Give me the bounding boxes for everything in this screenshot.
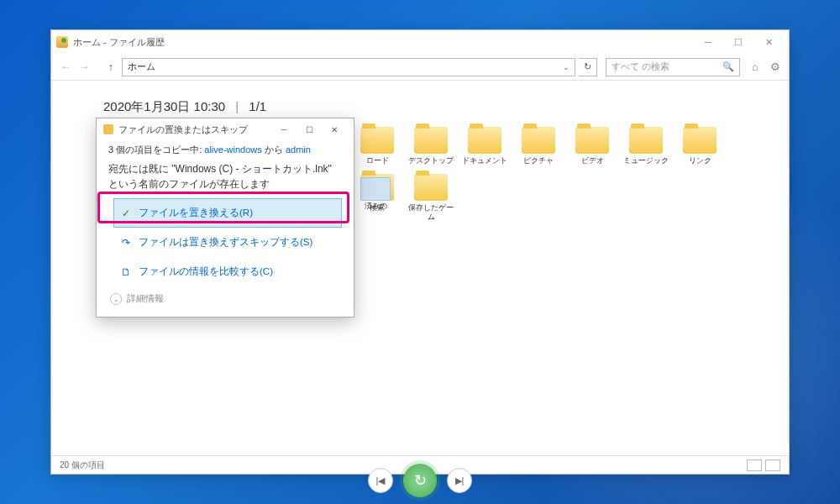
window-title: ホーム - ファイル履歴 <box>73 36 165 49</box>
address-text: ホーム <box>128 60 155 73</box>
folder-label: リンク <box>689 156 711 165</box>
folder-icon <box>629 127 663 154</box>
folder-label: ピクチャ <box>523 156 554 165</box>
replace-skip-dialog: ファイルの置換またはスキップ ─ ☐ ✕ 3 個の項目をコピー中: alive-… <box>96 118 354 318</box>
skip-icon: ↷ <box>120 237 132 249</box>
option-compare-label: ファイルの情報を比較する(C) <box>139 265 273 278</box>
folder-icon <box>360 177 391 201</box>
home-icon[interactable]: ⌂ <box>748 60 762 74</box>
timestamp-row: 2020年1月30日 10:30 | 1/1 <box>103 99 266 115</box>
dialog-close-button[interactable]: ✕ <box>322 121 347 138</box>
option-replace[interactable]: ✓ ファイルを置き換える(R) <box>113 198 342 228</box>
folder-icon <box>414 127 448 154</box>
folder-gallery-row2: 済みの <box>354 177 397 211</box>
dialog-more-label: 詳細情報 <box>127 293 164 305</box>
folder-icon <box>468 127 501 154</box>
dialog-icon <box>103 124 113 134</box>
folder-gallery: ロード デスクトップ ドキュメント ピクチャ ビデオ ミュージック リンク 検索… <box>354 127 772 221</box>
refresh-button[interactable]: ↻ <box>579 58 597 76</box>
folder-icon <box>683 127 717 154</box>
check-icon: ✓ <box>120 207 132 219</box>
folder-icon <box>575 127 609 154</box>
option-compare[interactable]: 🗋 ファイルの情報を比較する(C) <box>113 257 342 286</box>
search-icon: 🔍 <box>722 61 734 72</box>
next-button[interactable]: ▶| <box>447 468 472 493</box>
folder-item[interactable]: ピクチャ <box>515 127 562 165</box>
up-button[interactable]: ↑ <box>103 60 118 75</box>
gear-icon[interactable]: ⚙ <box>769 60 782 74</box>
folder-item-partial[interactable]: 済みの <box>354 177 397 211</box>
app-icon <box>56 36 68 48</box>
search-input[interactable]: すべて の検索 🔍 <box>606 58 740 76</box>
folder-label: デスクトップ <box>408 156 454 165</box>
dialog-copy-line: 3 個の項目をコピー中: alive-windows から admin <box>108 144 342 156</box>
folder-item[interactable]: ロード <box>354 127 401 165</box>
address-dropdown-icon[interactable]: ⌄ <box>563 63 570 71</box>
search-placeholder: すべて の検索 <box>612 60 669 73</box>
close-button[interactable]: ✕ <box>753 32 784 52</box>
maximize-button[interactable]: ☐ <box>723 32 753 52</box>
copy-dest-link[interactable]: admin <box>286 144 311 155</box>
view-details-icon[interactable] <box>747 459 762 471</box>
view-large-icon[interactable] <box>765 459 780 471</box>
folder-icon <box>522 127 555 154</box>
folder-icon <box>360 127 394 154</box>
folder-item[interactable]: ビデオ <box>569 127 616 165</box>
back-button[interactable]: ← <box>58 60 73 75</box>
folder-label: ミュージック <box>623 156 669 165</box>
option-replace-label: ファイルを置き換える(R) <box>139 207 253 219</box>
dialog-maximize-button[interactable]: ☐ <box>297 121 322 138</box>
folder-label: 保存したゲーム <box>407 203 454 222</box>
folder-item[interactable]: 保存したゲーム <box>407 174 454 222</box>
forward-button[interactable]: → <box>76 60 92 75</box>
option-skip[interactable]: ↷ ファイルは置き換えずスキップする(S) <box>113 228 342 257</box>
pager: 1/1 <box>249 99 266 113</box>
folder-label: 済みの <box>365 202 387 211</box>
timestamp: 2020年1月30日 10:30 <box>103 99 225 113</box>
address-bar[interactable]: ホーム ⌄ <box>122 58 575 76</box>
folder-item[interactable]: デスクトップ <box>407 127 454 165</box>
folder-item[interactable]: ドキュメント <box>461 127 508 165</box>
status-text: 20 個の項目 <box>60 459 105 471</box>
prev-button[interactable]: |◀ <box>368 468 393 493</box>
folder-label: ビデオ <box>581 156 604 165</box>
folder-item[interactable]: ミュージック <box>622 127 669 165</box>
option-skip-label: ファイルは置き換えずスキップする(S) <box>139 236 312 249</box>
titlebar: ホーム - ファイル履歴 ─ ☐ ✕ <box>51 30 789 54</box>
folder-label: ドキュメント <box>462 156 507 165</box>
folder-item[interactable]: リンク <box>676 127 723 165</box>
folder-icon <box>414 174 448 201</box>
chevron-down-icon: ⌄ <box>110 293 122 305</box>
toolbar: ← → ↑ ホーム ⌄ ↻ すべて の検索 🔍 ⌂ ⚙ <box>51 54 789 81</box>
dialog-titlebar: ファイルの置換またはスキップ ─ ☐ ✕ <box>97 118 354 140</box>
compare-icon: 🗋 <box>120 266 132 278</box>
minimize-button[interactable]: ─ <box>693 32 723 52</box>
dialog-more-toggle[interactable]: ⌄ 詳細情報 <box>108 286 342 308</box>
folder-label: ロード <box>366 156 389 165</box>
player-controls: |◀ ↻ ▶| <box>368 464 472 497</box>
copy-source-link[interactable]: alive-windows <box>204 144 261 155</box>
dialog-minimize-button[interactable]: ─ <box>271 121 297 138</box>
dialog-title: ファイルの置換またはスキップ <box>118 123 248 136</box>
restore-button[interactable]: ↻ <box>403 464 437 497</box>
dialog-message: 宛先には既に "Windows (C) - ショートカット.lnk" という名前… <box>108 161 342 192</box>
